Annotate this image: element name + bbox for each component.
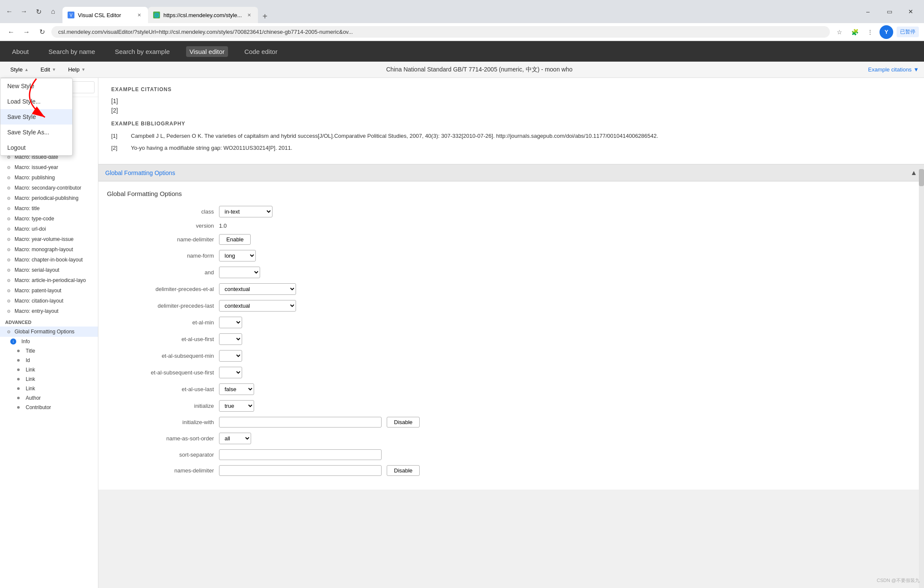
tab-2-close[interactable]: ✕ bbox=[245, 11, 253, 19]
formatting-panel: Global Formatting Options ▲ Global Forma… bbox=[98, 165, 924, 588]
disable-names-delimiter-button[interactable]: Disable bbox=[387, 465, 420, 476]
save-style-option[interactable]: Save Style bbox=[0, 109, 72, 125]
address-back[interactable]: ← bbox=[5, 26, 17, 38]
sidebar-item-title[interactable]: Title bbox=[0, 346, 98, 356]
disable-initialize-with-button[interactable]: Disable bbox=[387, 417, 420, 428]
sidebar-item-global-formatting[interactable]: ⚙ Global Formatting Options bbox=[0, 327, 98, 337]
sidebar-item-contributor[interactable]: Contributor bbox=[0, 403, 98, 412]
sidebar-item-macro-patent-layout[interactable]: ⚙ Macro: patent-layout bbox=[0, 285, 98, 296]
nav-code-editor[interactable]: Code editor bbox=[241, 46, 281, 57]
bookmark-icon[interactable]: ☆ bbox=[833, 26, 845, 38]
close-window-button[interactable]: ✕ bbox=[901, 5, 921, 18]
bibliography-item-1: [1] Campbell J L, Pedersen O K. The vari… bbox=[111, 132, 911, 140]
select-et-al-min[interactable] bbox=[219, 317, 242, 328]
sidebar-item-macro-entry-layout[interactable]: ⚙ Macro: entry-layout bbox=[0, 306, 98, 316]
tab-2[interactable]: 🌐 https://csl.mendeley.com/style... ✕ bbox=[148, 7, 258, 23]
gear-icon: ⚙ bbox=[5, 205, 12, 212]
forward-button[interactable]: → bbox=[18, 6, 30, 18]
sidebar-item-macro-publishing[interactable]: ⚙ Macro: publishing bbox=[0, 172, 98, 183]
sidebar-item-macro-issued-year[interactable]: ⚙ Macro: issued-year bbox=[0, 162, 98, 172]
select-delimiter-precedes-et-al[interactable]: contextual after-inverted-name always ne… bbox=[219, 283, 296, 295]
scrollbar-thumb[interactable] bbox=[919, 169, 924, 186]
edit-menu-button[interactable]: Edit ▼ bbox=[36, 65, 61, 74]
minimize-button[interactable]: – bbox=[858, 5, 878, 18]
label-name-as-sort-order: name-as-sort-order bbox=[107, 435, 214, 442]
dot-icon bbox=[17, 406, 20, 409]
sidebar-item-macro-serial-layout[interactable]: ⚙ Macro: serial-layout bbox=[0, 265, 98, 275]
settings-icon[interactable]: ⋮ bbox=[864, 26, 876, 38]
select-name-form[interactable]: long short count bbox=[219, 250, 256, 261]
tab-1-close[interactable]: ✕ bbox=[135, 11, 143, 19]
nav-about[interactable]: About bbox=[9, 46, 32, 57]
select-delimiter-precedes-last[interactable]: contextual after-inverted-name always ne… bbox=[219, 300, 296, 312]
style-menu-arrow: ▲ bbox=[24, 67, 29, 72]
input-initialize-with[interactable] bbox=[219, 417, 382, 428]
bibliography-item-2: [2] Yo-yo having a modifiable string gap… bbox=[111, 144, 911, 152]
sidebar-item-author[interactable]: Author bbox=[0, 393, 98, 403]
sidebar-item-macro-title[interactable]: ⚙ Macro: title bbox=[0, 203, 98, 214]
sidebar-item-info[interactable]: i Info bbox=[0, 337, 98, 346]
sidebar-item-macro-citation-layout[interactable]: ⚙ Macro: citation-layout bbox=[0, 296, 98, 306]
select-et-al-subsequent-min[interactable] bbox=[219, 350, 242, 362]
select-and[interactable]: text symbol bbox=[219, 267, 260, 278]
reload-button[interactable]: ↻ bbox=[33, 6, 44, 18]
input-sort-separator[interactable] bbox=[219, 449, 382, 460]
select-class[interactable]: in-text note bibliography bbox=[219, 206, 272, 217]
sidebar-item-macro-periodical-publishing[interactable]: ⚙ Macro: periodical-publishing bbox=[0, 193, 98, 203]
address-input[interactable] bbox=[51, 26, 830, 38]
save-style-as-option[interactable]: Save Style As... bbox=[0, 125, 72, 140]
profile-button[interactable]: Y bbox=[880, 25, 893, 39]
nav-search-by-name[interactable]: Search by name bbox=[45, 46, 98, 57]
form-row-version: version 1.0 bbox=[107, 223, 915, 229]
tab-2-title: https://csl.mendeley.com/style... bbox=[163, 12, 242, 18]
extensions-icon[interactable]: 🧩 bbox=[849, 26, 861, 38]
maximize-button[interactable]: ▭ bbox=[880, 5, 899, 18]
help-menu-button[interactable]: Help ▼ bbox=[63, 65, 91, 74]
gear-icon: ⚙ bbox=[5, 215, 12, 222]
gear-icon: ⚙ bbox=[5, 297, 12, 304]
label-et-al-use-first: et-al-use-first bbox=[107, 336, 214, 342]
suspended-button[interactable]: 已暂停 bbox=[897, 27, 919, 37]
sidebar-item-link-1[interactable]: Link bbox=[0, 365, 98, 374]
sidebar-item-id[interactable]: Id bbox=[0, 356, 98, 365]
address-forward[interactable]: → bbox=[21, 26, 33, 38]
sidebar-item-link-2[interactable]: Link bbox=[0, 374, 98, 384]
nav-visual-editor[interactable]: Visual editor bbox=[186, 46, 228, 57]
logout-option[interactable]: Logout bbox=[0, 140, 72, 155]
home-button[interactable]: ⌂ bbox=[47, 6, 59, 18]
example-citations-button[interactable]: Example citations ▼ bbox=[868, 66, 919, 73]
new-style-option[interactable]: New Style bbox=[0, 78, 72, 94]
sidebar-item-macro-secondary-contributor[interactable]: ⚙ Macro: secondary-contributor bbox=[0, 183, 98, 193]
nav-search-by-example[interactable]: Search by example bbox=[111, 46, 173, 57]
back-button[interactable]: ← bbox=[3, 6, 15, 18]
bib-num-1: [1] bbox=[111, 132, 124, 140]
form-row-initialize-with: initialize-with Disable bbox=[107, 417, 915, 428]
load-style-option[interactable]: Load Style... bbox=[0, 94, 72, 109]
vertical-scrollbar[interactable] bbox=[919, 165, 924, 588]
bib-text-1: Campbell J L, Pedersen O K. The varietie… bbox=[131, 132, 658, 140]
enable-name-delimiter-button[interactable]: Enable bbox=[219, 234, 251, 245]
sidebar-item-macro-monograph-layout[interactable]: ⚙ Macro: monograph-layout bbox=[0, 244, 98, 255]
tab-1[interactable]: V Visual CSL Editor ✕ bbox=[62, 7, 148, 23]
label-name-delimiter: name-delimiter bbox=[107, 236, 214, 243]
label-version: version bbox=[107, 223, 214, 229]
address-reload[interactable]: ↻ bbox=[36, 26, 48, 38]
label-names-delimiter: names-delimiter bbox=[107, 467, 214, 474]
input-names-delimiter[interactable] bbox=[219, 465, 382, 476]
select-et-al-use-first[interactable] bbox=[219, 333, 242, 345]
select-et-al-use-last[interactable]: false true bbox=[219, 383, 254, 395]
sidebar-item-macro-type-code[interactable]: ⚙ Macro: type-code bbox=[0, 214, 98, 224]
sidebar-item-macro-article-in-periodical[interactable]: ⚙ Macro: article-in-periodical-layo bbox=[0, 275, 98, 285]
sidebar-item-link-3[interactable]: Link bbox=[0, 384, 98, 393]
scroll-up-icon[interactable]: ▲ bbox=[910, 169, 917, 177]
select-name-as-sort-order[interactable]: all first bbox=[219, 433, 251, 444]
sidebar-item-macro-chapter-in-book-layout[interactable]: ⚙ Macro: chapter-in-book-layout bbox=[0, 255, 98, 265]
browser-controls: ← → ↻ ⌂ bbox=[3, 6, 59, 18]
new-tab-button[interactable]: + bbox=[258, 9, 272, 23]
address-bar: ← → ↻ ☆ 🧩 ⋮ Y 已暂停 bbox=[0, 23, 924, 41]
sidebar-item-macro-year-volume-issue[interactable]: ⚙ Macro: year-volume-issue bbox=[0, 234, 98, 244]
style-menu-button[interactable]: Style ▲ bbox=[5, 65, 34, 74]
sidebar-item-macro-url-doi[interactable]: ⚙ Macro: url-doi bbox=[0, 224, 98, 234]
select-et-al-subsequent-use-first[interactable] bbox=[219, 367, 242, 378]
select-initialize[interactable]: true false bbox=[219, 400, 254, 412]
